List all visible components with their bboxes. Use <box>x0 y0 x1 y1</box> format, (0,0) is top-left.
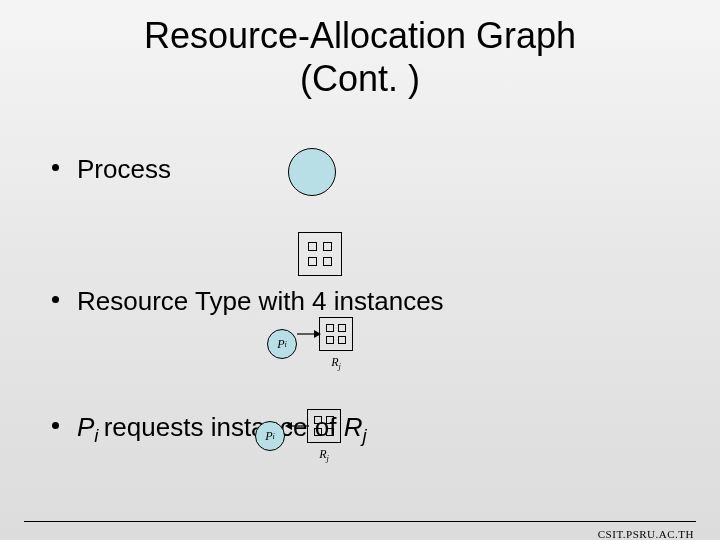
instance-icon <box>308 242 317 251</box>
process-circle-icon <box>288 148 336 196</box>
instance-icon <box>326 416 334 424</box>
rj-label: Rj <box>319 355 353 371</box>
instance-icon <box>338 336 346 344</box>
assignment-edge-diagram: Pi Rj <box>255 409 341 463</box>
pi-label-p: P <box>277 337 284 352</box>
instance-icon <box>308 257 317 266</box>
title-line1: Resource-Allocation Graph <box>144 15 576 56</box>
instance-icon <box>338 324 346 332</box>
resource-rj-icon <box>307 409 341 443</box>
slide: Resource-Allocation Graph (Cont. ) Proce… <box>0 14 720 540</box>
instance-icon <box>323 257 332 266</box>
bullet-dot-icon <box>52 422 59 429</box>
bullet-dot-icon <box>52 164 59 171</box>
bullet-resource-type: Resource Type with 4 instances <box>52 286 444 317</box>
bullet-process: Process <box>52 154 171 185</box>
pi-label-i: i <box>273 432 275 441</box>
pi-label-p: P <box>265 429 272 444</box>
instance-icon <box>326 324 334 332</box>
bullet-dot-icon <box>52 296 59 303</box>
instance-icon <box>323 242 332 251</box>
instance-icon <box>326 428 334 436</box>
pi-label-i: i <box>285 340 287 349</box>
instance-icon <box>314 416 322 424</box>
footer-divider <box>24 521 696 522</box>
bullet-process-text: Process <box>77 154 171 185</box>
rj-label: Rj <box>307 447 341 463</box>
instance-grid <box>299 233 341 275</box>
request-edge-diagram: Pi Rj <box>267 317 353 371</box>
process-pi-icon: Pi <box>267 329 297 359</box>
resource-rj-icon <box>319 317 353 351</box>
bullet-resource-text: Resource Type with 4 instances <box>77 286 444 317</box>
footer-text: CSIT.PSRU.AC.TH <box>598 528 694 540</box>
slide-title: Resource-Allocation Graph (Cont. ) <box>0 14 720 100</box>
instance-icon <box>326 336 334 344</box>
instance-icon <box>314 428 322 436</box>
process-pi-icon: Pi <box>255 421 285 451</box>
resource-box-icon <box>298 232 342 276</box>
title-line2: (Cont. ) <box>300 58 420 99</box>
